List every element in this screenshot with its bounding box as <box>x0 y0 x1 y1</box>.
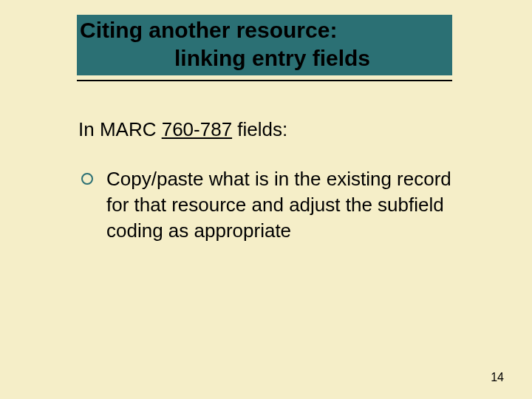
title-block: Citing another resource: linking entry f… <box>77 15 452 72</box>
title-underline <box>77 80 452 81</box>
title-line-1: Citing another resource: <box>80 16 452 44</box>
bullet-text: Copy/paste what is in the existing recor… <box>106 166 458 244</box>
intro-suffix: fields: <box>232 118 287 140</box>
slide-title: Citing another resource: linking entry f… <box>77 15 452 72</box>
intro-line: In MARC 760-787 fields: <box>78 118 287 141</box>
page-number: 14 <box>491 371 504 384</box>
bullet-item: Copy/paste what is in the existing recor… <box>81 166 458 244</box>
circle-bullet-icon <box>81 173 93 185</box>
slide: Citing another resource: linking entry f… <box>0 0 532 399</box>
title-line-2: linking entry fields <box>80 44 452 72</box>
intro-prefix: In MARC <box>78 118 162 140</box>
marc-range-link[interactable]: 760-787 <box>162 118 232 140</box>
